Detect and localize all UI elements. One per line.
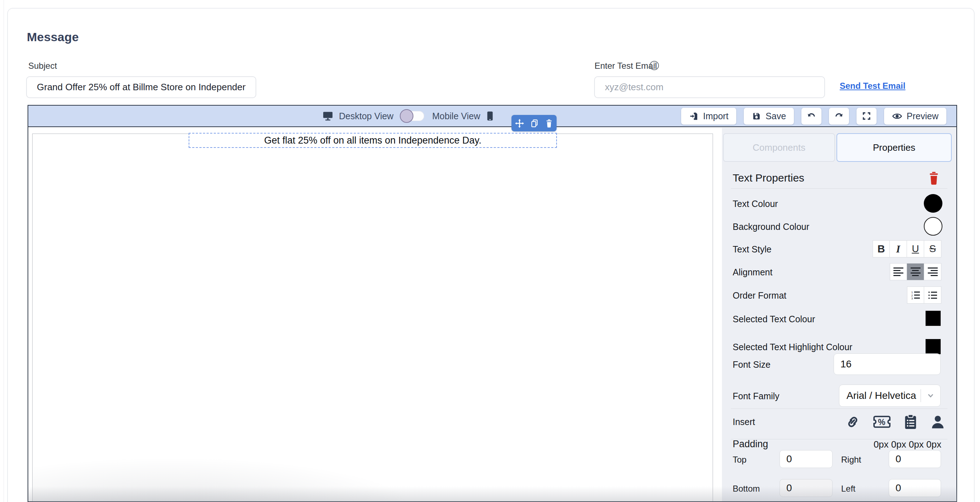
font-family-select[interactable]: Arial / Helvetica xyxy=(839,384,941,407)
padding-left-input[interactable] xyxy=(889,479,941,497)
save-icon xyxy=(752,112,761,121)
insert-coupon-icon[interactable]: % xyxy=(872,414,892,430)
bold-button[interactable]: B xyxy=(873,240,890,257)
order-format-group: 123 xyxy=(907,287,941,304)
send-test-email-link[interactable]: Send Test Email xyxy=(840,81,905,91)
page-edge-line xyxy=(3,0,4,502)
alignment-label: Alignment xyxy=(733,267,772,277)
strikethrough-button[interactable]: S xyxy=(924,240,941,257)
subject-input[interactable] xyxy=(26,76,256,98)
delete-component-icon[interactable] xyxy=(927,171,941,185)
test-email-input[interactable] xyxy=(594,76,825,98)
svg-text:%: % xyxy=(878,418,885,427)
import-label: Import xyxy=(703,111,729,121)
chevron-down-icon xyxy=(921,391,940,400)
font-family-label: Font Family xyxy=(733,391,780,402)
duplicate-block-icon[interactable] xyxy=(530,118,539,128)
test-email-label: Enter Test Email xyxy=(595,61,657,71)
insert-contact-icon[interactable] xyxy=(929,414,947,430)
toggle-knob[interactable] xyxy=(400,109,414,123)
properties-panel: Components Properties Text Properties Te… xyxy=(722,128,956,502)
mobile-device-icon xyxy=(485,111,495,121)
text-colour-swatch[interactable] xyxy=(924,194,942,213)
selected-text-block[interactable]: Get flat 25% off on all items on Indepen… xyxy=(189,133,557,148)
align-center-button[interactable] xyxy=(907,263,924,280)
text-style-label: Text Style xyxy=(733,244,771,255)
divider xyxy=(731,408,947,409)
import-icon xyxy=(689,112,699,121)
insert-icon-group: % xyxy=(844,411,947,432)
background-colour-swatch[interactable] xyxy=(924,217,942,236)
info-icon[interactable]: i xyxy=(650,61,659,70)
preview-button[interactable]: Preview xyxy=(884,108,947,124)
font-size-input[interactable] xyxy=(834,354,941,375)
delete-block-icon[interactable] xyxy=(545,118,554,128)
desktop-view-label: Desktop View xyxy=(339,111,393,121)
view-mode-toggle[interactable] xyxy=(401,111,424,121)
tab-properties[interactable]: Properties xyxy=(837,133,952,162)
padding-right-label: Right xyxy=(841,455,861,465)
move-block-icon[interactable] xyxy=(515,118,524,128)
email-editor: Desktop View Mobile View Import Save xyxy=(27,105,957,502)
align-right-button[interactable] xyxy=(924,263,941,280)
padding-bottom-input[interactable] xyxy=(780,479,832,497)
background-colour-label: Background Colour xyxy=(733,222,809,232)
panel-section-title: Text Properties xyxy=(733,172,804,184)
fullscreen-button[interactable] xyxy=(856,108,877,124)
view-toggle-group: Desktop View Mobile View xyxy=(322,106,495,126)
block-mini-toolbar xyxy=(511,115,557,131)
undo-button[interactable] xyxy=(802,108,821,124)
redo-icon xyxy=(834,111,844,121)
padding-top-input[interactable] xyxy=(780,450,832,468)
subject-label: Subject xyxy=(28,61,57,71)
font-family-value: Arial / Helvetica xyxy=(839,390,921,402)
unordered-list-icon xyxy=(928,290,938,300)
align-left-icon xyxy=(893,268,904,276)
selected-text-highlight-label: Selected Text Highlight Colour xyxy=(733,342,852,352)
order-format-label: Order Format xyxy=(733,290,786,301)
import-button[interactable]: Import xyxy=(681,108,736,124)
undo-icon xyxy=(807,111,816,121)
padding-top-label: Top xyxy=(733,455,747,465)
padding-summary: 0px 0px 0px 0px xyxy=(874,439,941,450)
alignment-group xyxy=(890,263,941,280)
text-colour-label: Text Colour xyxy=(733,199,778,209)
email-message-editor-page: Message Subject Enter Test Email i Send … xyxy=(0,0,980,502)
underline-button[interactable]: U xyxy=(907,240,924,257)
preview-eye-icon xyxy=(892,111,902,121)
tab-components[interactable]: Components xyxy=(723,133,835,162)
padding-left-label: Left xyxy=(841,484,856,494)
insert-label: Insert xyxy=(733,417,755,427)
svg-text:3: 3 xyxy=(911,297,913,300)
align-left-button[interactable] xyxy=(890,263,907,280)
desktop-monitor-icon xyxy=(322,111,334,121)
insert-link-icon[interactable] xyxy=(844,414,861,430)
text-style-group: B I U S xyxy=(873,240,941,257)
align-right-icon xyxy=(928,268,938,276)
selected-text-colour-swatch[interactable] xyxy=(926,311,941,326)
save-label: Save xyxy=(765,111,786,121)
padding-title: Padding xyxy=(733,438,768,450)
page-title: Message xyxy=(27,30,79,44)
divider xyxy=(731,188,947,189)
preview-label: Preview xyxy=(907,111,939,121)
ordered-list-button[interactable]: 123 xyxy=(907,287,924,304)
selected-text-colour-label: Selected Text Colour xyxy=(733,314,815,324)
editor-toolbar: Desktop View Mobile View Import Save xyxy=(28,106,956,127)
insert-clipboard-icon[interactable] xyxy=(903,414,918,430)
selected-text-highlight-swatch[interactable] xyxy=(926,339,941,354)
padding-right-input[interactable] xyxy=(889,450,941,468)
padding-bottom-label: Bottom xyxy=(733,484,760,494)
toolbar-actions: Import Save Preview xyxy=(681,106,956,126)
unordered-list-button[interactable] xyxy=(924,287,941,304)
save-button[interactable]: Save xyxy=(744,108,794,124)
redo-button[interactable] xyxy=(829,108,849,124)
font-size-label: Font Size xyxy=(733,360,771,370)
italic-button[interactable]: I xyxy=(890,240,907,257)
fullscreen-icon xyxy=(862,111,872,121)
email-canvas[interactable] xyxy=(32,134,713,502)
align-center-icon xyxy=(910,268,921,276)
ordered-list-icon: 123 xyxy=(910,290,921,300)
mobile-view-label: Mobile View xyxy=(432,111,480,121)
